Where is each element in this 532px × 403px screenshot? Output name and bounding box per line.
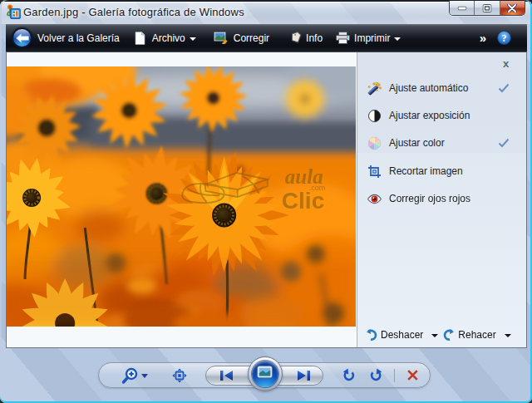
svg-text:?: ? <box>502 32 507 44</box>
svg-text:Clic: Clic <box>282 188 324 214</box>
